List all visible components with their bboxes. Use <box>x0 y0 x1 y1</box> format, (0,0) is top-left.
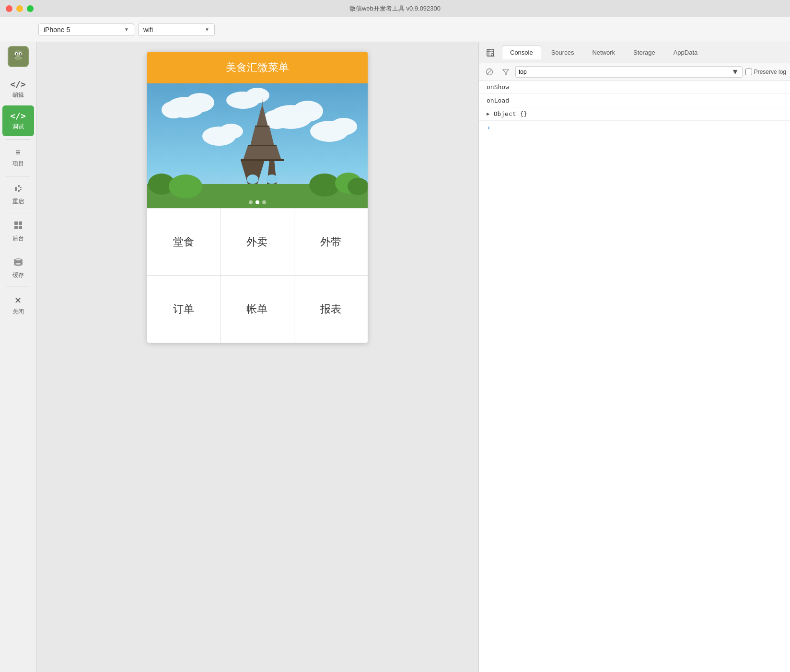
project-icon: ≡ <box>15 148 21 158</box>
log-object[interactable]: ▶ Object {} <box>479 107 790 121</box>
svg-rect-19 <box>20 187 22 188</box>
sidebar-divider-5 <box>6 287 30 287</box>
log-on-show: onShow <box>479 81 790 94</box>
svg-point-40 <box>292 101 323 122</box>
grid-item-dine-in[interactable]: 堂食 <box>147 209 221 276</box>
sidebar-project-label: 项目 <box>12 160 24 168</box>
preview-area: 美食汇微菜单 <box>36 42 478 672</box>
svg-point-11 <box>16 58 17 58</box>
phone-header-title: 美食汇微菜单 <box>226 61 289 73</box>
svg-rect-17 <box>18 185 20 187</box>
window-controls <box>6 5 34 12</box>
sidebar-item-debug[interactable]: </> 调试 <box>2 105 34 136</box>
network-chevron-icon: ▼ <box>205 27 209 32</box>
network-selector[interactable]: wifi ▼ <box>138 23 215 36</box>
carousel-dots <box>249 200 266 204</box>
sidebar-item-backend[interactable]: 后台 <box>2 216 34 247</box>
preserve-log-wrapper: Preserve log <box>745 69 786 75</box>
sidebar-divider-2 <box>6 176 30 176</box>
svg-line-65 <box>488 70 492 74</box>
tab-storage[interactable]: Storage <box>625 46 663 59</box>
filter-input[interactable] <box>519 69 730 75</box>
svg-rect-54 <box>241 159 284 161</box>
phone-header: 美食汇微菜单 <box>147 52 368 83</box>
filter-icon <box>502 68 510 76</box>
close-button[interactable] <box>6 5 12 12</box>
debug-icon: </> <box>10 111 26 121</box>
restart-icon <box>13 184 23 196</box>
console-prompt-line: › <box>479 121 790 134</box>
sidebar-item-editor[interactable]: </> 编辑 <box>2 74 34 104</box>
grid-item-account[interactable]: 帐单 <box>221 276 294 343</box>
hero-bg-svg <box>147 83 368 208</box>
editor-icon: </> <box>10 79 26 89</box>
grid-item-report[interactable]: 报表 <box>294 276 368 343</box>
svg-point-38 <box>162 101 186 118</box>
tab-appdata[interactable]: AppData <box>665 46 706 59</box>
device-selector[interactable]: iPhone 5 ▼ <box>38 23 134 36</box>
expand-arrow-icon: ▶ <box>487 111 490 117</box>
svg-rect-16 <box>15 187 17 191</box>
sidebar-restart-label: 重启 <box>12 197 24 206</box>
minimize-button[interactable] <box>16 5 23 12</box>
svg-point-33 <box>309 174 340 197</box>
tab-console[interactable]: Console <box>502 46 541 59</box>
device-chevron-icon: ▼ <box>124 27 129 32</box>
svg-marker-50 <box>243 146 281 160</box>
on-load-text: onLoad <box>487 97 509 104</box>
sidebar-item-restart[interactable]: 重启 <box>2 179 34 210</box>
sidebar-divider-1 <box>6 139 30 139</box>
grid-item-delivery[interactable]: 外卖 <box>221 209 294 276</box>
console-output: onShow onLoad ▶ Object {} › <box>479 81 790 672</box>
phone-frame: 美食汇微菜单 <box>147 52 368 343</box>
filter-dropdown-icon[interactable]: ▼ <box>732 68 739 76</box>
grid-item-takeout[interactable]: 外带 <box>294 209 368 276</box>
svg-point-57 <box>247 174 258 184</box>
svg-point-13 <box>19 58 20 58</box>
backend-icon <box>13 220 23 232</box>
svg-point-58 <box>266 174 278 184</box>
svg-point-4 <box>16 53 17 55</box>
devtools-tabs-bar: Console Sources Network Storage AppData <box>479 42 790 63</box>
sidebar-close-label: 关闭 <box>12 308 24 316</box>
svg-point-43 <box>245 88 269 103</box>
svg-rect-24 <box>19 226 22 229</box>
svg-point-37 <box>186 93 214 112</box>
sidebar-item-cache[interactable]: 缓存 <box>2 253 34 284</box>
filter-button[interactable] <box>499 65 512 79</box>
svg-point-12 <box>17 58 19 59</box>
phone-hero-image <box>147 83 368 208</box>
sidebar-divider-3 <box>6 213 30 213</box>
sidebar-item-close[interactable]: ✕ 关闭 <box>2 290 34 321</box>
svg-point-5 <box>20 53 21 55</box>
sidebar-debug-label: 调试 <box>12 123 24 131</box>
grid-item-order[interactable]: 订单 <box>147 276 221 343</box>
object-text: Object {} <box>494 110 527 117</box>
tab-network[interactable]: Network <box>584 46 623 59</box>
svg-rect-23 <box>14 226 18 229</box>
svg-rect-59 <box>487 49 494 56</box>
main-layout: </> 编辑 </> 调试 ≡ 项目 重启 <box>0 42 790 672</box>
on-show-text: onShow <box>487 83 509 91</box>
svg-point-35 <box>348 178 368 195</box>
preserve-log-checkbox[interactable] <box>745 69 752 75</box>
cache-icon <box>13 257 23 269</box>
preserve-log-label: Preserve log <box>754 69 786 75</box>
sidebar-divider-4 <box>6 250 30 250</box>
avatar-image <box>9 47 28 66</box>
tab-sources[interactable]: Sources <box>543 46 582 59</box>
svg-point-47 <box>219 124 243 139</box>
app-title: 微信web开发者工具 v0.9.092300 <box>349 4 441 13</box>
sidebar-item-project[interactable]: ≡ 项目 <box>2 142 34 173</box>
svg-point-45 <box>330 118 357 135</box>
clear-console-button[interactable] <box>483 65 496 79</box>
dot-3 <box>262 200 266 204</box>
close-icon: ✕ <box>14 295 22 306</box>
devtools-panel: Console Sources Network Storage AppData <box>478 42 790 672</box>
avatar[interactable] <box>8 46 29 67</box>
maximize-button[interactable] <box>27 5 34 12</box>
svg-rect-22 <box>19 221 22 225</box>
svg-rect-56 <box>255 126 269 127</box>
inspector-button[interactable] <box>483 45 498 60</box>
svg-rect-21 <box>14 221 18 225</box>
